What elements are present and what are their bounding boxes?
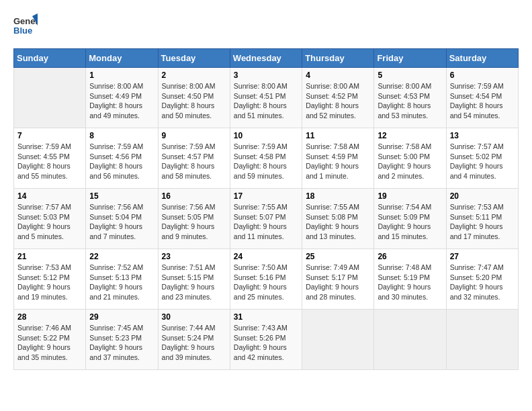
header-friday: Friday [374, 49, 446, 68]
day-number: 14 [17, 191, 82, 201]
day-info: Sunrise: 7:57 AM Sunset: 5:03 PM Dayligh… [17, 202, 82, 242]
calendar-header-row: Sunday Monday Tuesday Wednesday Thursday… [14, 49, 519, 68]
day-number: 17 [234, 191, 298, 201]
day-number: 26 [378, 252, 442, 261]
day-info: Sunrise: 7:49 AM Sunset: 5:17 PM Dayligh… [306, 263, 370, 302]
calendar-cell: 18Sunrise: 7:55 AM Sunset: 5:08 PM Dayli… [302, 189, 374, 249]
day-info: Sunrise: 7:44 AM Sunset: 5:24 PM Dayligh… [162, 323, 226, 363]
calendar-cell [302, 310, 374, 370]
day-number: 22 [89, 252, 154, 261]
day-number: 8 [89, 131, 154, 140]
day-number: 7 [17, 131, 82, 140]
calendar-cell: 19Sunrise: 7:54 AM Sunset: 5:09 PM Dayli… [374, 189, 446, 249]
day-info: Sunrise: 7:59 AM Sunset: 4:55 PM Dayligh… [17, 142, 82, 181]
day-number: 29 [89, 312, 154, 322]
calendar-cell: 7Sunrise: 7:59 AM Sunset: 4:55 PM Daylig… [14, 128, 86, 189]
day-info: Sunrise: 7:54 AM Sunset: 5:09 PM Dayligh… [378, 202, 442, 242]
header-wednesday: Wednesday [230, 49, 302, 68]
header-monday: Monday [86, 49, 158, 68]
day-number: 13 [450, 131, 515, 140]
calendar-cell: 16Sunrise: 7:56 AM Sunset: 5:05 PM Dayli… [158, 189, 230, 249]
day-info: Sunrise: 8:00 AM Sunset: 4:53 PM Dayligh… [378, 81, 442, 121]
logo: General Blue [13, 13, 38, 38]
week-row-4: 21Sunrise: 7:53 AM Sunset: 5:12 PM Dayli… [14, 249, 519, 310]
day-info: Sunrise: 7:53 AM Sunset: 5:11 PM Dayligh… [450, 202, 515, 242]
day-info: Sunrise: 8:00 AM Sunset: 4:50 PM Dayligh… [162, 81, 226, 121]
day-number: 6 [450, 71, 515, 80]
week-row-2: 7Sunrise: 7:59 AM Sunset: 4:55 PM Daylig… [14, 128, 519, 189]
day-number: 12 [378, 131, 442, 140]
calendar-cell: 22Sunrise: 7:52 AM Sunset: 5:13 PM Dayli… [86, 249, 158, 310]
day-info: Sunrise: 8:00 AM Sunset: 4:51 PM Dayligh… [234, 81, 298, 121]
day-info: Sunrise: 7:45 AM Sunset: 5:23 PM Dayligh… [89, 323, 154, 363]
day-info: Sunrise: 7:43 AM Sunset: 5:26 PM Dayligh… [234, 323, 298, 363]
day-info: Sunrise: 7:58 AM Sunset: 4:59 PM Dayligh… [306, 142, 370, 181]
day-info: Sunrise: 7:51 AM Sunset: 5:15 PM Dayligh… [162, 263, 226, 302]
calendar-cell: 21Sunrise: 7:53 AM Sunset: 5:12 PM Dayli… [14, 249, 86, 310]
day-number: 16 [162, 191, 226, 201]
day-number: 11 [306, 131, 370, 140]
week-row-3: 14Sunrise: 7:57 AM Sunset: 5:03 PM Dayli… [14, 189, 519, 249]
calendar-cell: 4Sunrise: 8:00 AM Sunset: 4:52 PM Daylig… [302, 68, 374, 128]
calendar-cell: 23Sunrise: 7:51 AM Sunset: 5:15 PM Dayli… [158, 249, 230, 310]
day-info: Sunrise: 7:53 AM Sunset: 5:12 PM Dayligh… [17, 263, 82, 302]
calendar-table: Sunday Monday Tuesday Wednesday Thursday… [13, 48, 519, 370]
calendar-cell [446, 310, 518, 370]
day-info: Sunrise: 7:55 AM Sunset: 5:08 PM Dayligh… [306, 202, 370, 242]
page-header: General Blue [13, 13, 519, 38]
calendar-cell: 2Sunrise: 8:00 AM Sunset: 4:50 PM Daylig… [158, 68, 230, 128]
calendar-cell: 10Sunrise: 7:59 AM Sunset: 4:58 PM Dayli… [230, 128, 302, 189]
day-number: 20 [450, 191, 515, 201]
day-number: 1 [89, 71, 154, 80]
day-info: Sunrise: 7:59 AM Sunset: 4:54 PM Dayligh… [450, 81, 515, 121]
day-info: Sunrise: 7:59 AM Sunset: 4:56 PM Dayligh… [89, 142, 154, 181]
day-info: Sunrise: 8:00 AM Sunset: 4:52 PM Dayligh… [306, 81, 370, 121]
calendar-cell: 5Sunrise: 8:00 AM Sunset: 4:53 PM Daylig… [374, 68, 446, 128]
calendar-cell: 20Sunrise: 7:53 AM Sunset: 5:11 PM Dayli… [446, 189, 518, 249]
day-number: 30 [162, 312, 226, 322]
calendar-cell: 17Sunrise: 7:55 AM Sunset: 5:07 PM Dayli… [230, 189, 302, 249]
header-tuesday: Tuesday [158, 49, 230, 68]
calendar-cell: 11Sunrise: 7:58 AM Sunset: 4:59 PM Dayli… [302, 128, 374, 189]
calendar-cell: 27Sunrise: 7:47 AM Sunset: 5:20 PM Dayli… [446, 249, 518, 310]
day-number: 23 [162, 252, 226, 261]
day-info: Sunrise: 7:52 AM Sunset: 5:13 PM Dayligh… [89, 263, 154, 302]
day-info: Sunrise: 7:57 AM Sunset: 5:02 PM Dayligh… [450, 142, 515, 181]
calendar-cell: 28Sunrise: 7:46 AM Sunset: 5:22 PM Dayli… [14, 310, 86, 370]
week-row-5: 28Sunrise: 7:46 AM Sunset: 5:22 PM Dayli… [14, 310, 519, 370]
day-number: 21 [17, 252, 82, 261]
day-number: 2 [162, 71, 226, 80]
calendar-cell: 1Sunrise: 8:00 AM Sunset: 4:49 PM Daylig… [86, 68, 158, 128]
day-number: 3 [234, 71, 298, 80]
logo-icon: General Blue [13, 13, 38, 38]
day-number: 28 [17, 312, 82, 322]
calendar-cell: 6Sunrise: 7:59 AM Sunset: 4:54 PM Daylig… [446, 68, 518, 128]
day-number: 27 [450, 252, 515, 261]
day-number: 4 [306, 71, 370, 80]
calendar-cell: 29Sunrise: 7:45 AM Sunset: 5:23 PM Dayli… [86, 310, 158, 370]
calendar-cell: 30Sunrise: 7:44 AM Sunset: 5:24 PM Dayli… [158, 310, 230, 370]
calendar-cell: 13Sunrise: 7:57 AM Sunset: 5:02 PM Dayli… [446, 128, 518, 189]
svg-text:Blue: Blue [13, 26, 32, 36]
day-info: Sunrise: 7:50 AM Sunset: 5:16 PM Dayligh… [234, 263, 298, 302]
day-info: Sunrise: 7:48 AM Sunset: 5:19 PM Dayligh… [378, 263, 442, 302]
calendar-cell: 9Sunrise: 7:59 AM Sunset: 4:57 PM Daylig… [158, 128, 230, 189]
calendar-cell [374, 310, 446, 370]
calendar-cell: 8Sunrise: 7:59 AM Sunset: 4:56 PM Daylig… [86, 128, 158, 189]
day-number: 9 [162, 131, 226, 140]
calendar-cell: 31Sunrise: 7:43 AM Sunset: 5:26 PM Dayli… [230, 310, 302, 370]
calendar-cell: 25Sunrise: 7:49 AM Sunset: 5:17 PM Dayli… [302, 249, 374, 310]
day-info: Sunrise: 7:59 AM Sunset: 4:57 PM Dayligh… [162, 142, 226, 181]
week-row-1: 1Sunrise: 8:00 AM Sunset: 4:49 PM Daylig… [14, 68, 519, 128]
day-number: 15 [89, 191, 154, 201]
day-info: Sunrise: 7:46 AM Sunset: 5:22 PM Dayligh… [17, 323, 82, 363]
calendar-cell: 26Sunrise: 7:48 AM Sunset: 5:19 PM Dayli… [374, 249, 446, 310]
day-info: Sunrise: 7:58 AM Sunset: 5:00 PM Dayligh… [378, 142, 442, 181]
calendar-cell: 3Sunrise: 8:00 AM Sunset: 4:51 PM Daylig… [230, 68, 302, 128]
day-number: 10 [234, 131, 298, 140]
header-thursday: Thursday [302, 49, 374, 68]
day-number: 24 [234, 252, 298, 261]
calendar-cell: 14Sunrise: 7:57 AM Sunset: 5:03 PM Dayli… [14, 189, 86, 249]
day-number: 18 [306, 191, 370, 201]
calendar-cell: 15Sunrise: 7:56 AM Sunset: 5:04 PM Dayli… [86, 189, 158, 249]
